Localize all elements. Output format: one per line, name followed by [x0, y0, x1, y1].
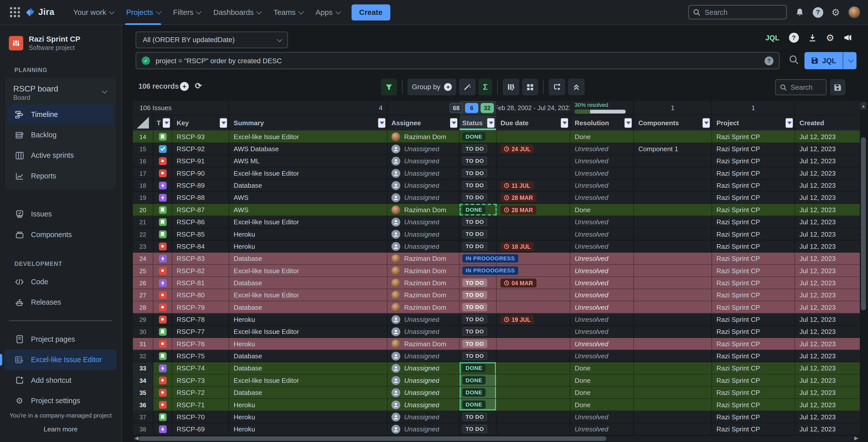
cell-resolution[interactable]: Unresolved	[570, 265, 634, 276]
cell-due-date[interactable]: 28 MAR	[497, 192, 570, 203]
cell-issue-type[interactable]	[153, 338, 172, 350]
cell-components[interactable]	[634, 399, 712, 411]
cell-due-date[interactable]	[497, 155, 570, 167]
cell-resolution[interactable]: Unresolved	[570, 411, 634, 422]
cell-summary[interactable]: Database	[229, 179, 388, 191]
collapse-all-icon[interactable]	[568, 79, 585, 95]
row-number[interactable]: 34	[133, 375, 153, 386]
row-number[interactable]: 14	[133, 131, 153, 142]
cell-due-date[interactable]: 19 JUL	[497, 314, 570, 325]
cell-created[interactable]: Jul 12, 2023	[795, 155, 860, 167]
cell-status[interactable]: TO DO	[460, 314, 496, 325]
row-number[interactable]: 28	[133, 301, 153, 313]
row-number[interactable]: 20	[133, 204, 153, 215]
cell-resolution[interactable]: Done	[570, 387, 634, 398]
cell-status[interactable]: TO DO	[460, 228, 496, 240]
cell-due-date[interactable]: 11 JUL	[497, 179, 570, 191]
cell-summary[interactable]: AWS	[229, 192, 388, 203]
help-icon[interactable]: ?	[813, 7, 823, 18]
cell-components[interactable]	[634, 350, 712, 362]
cell-created[interactable]: Jul 12, 2023	[795, 362, 860, 374]
cell-key[interactable]: RSCP-85	[172, 228, 229, 240]
cell-components[interactable]	[634, 155, 712, 167]
cell-due-date[interactable]	[497, 289, 570, 301]
cell-summary[interactable]: AWS ML	[229, 155, 388, 167]
cell-resolution[interactable]: Done	[570, 375, 634, 386]
cell-project[interactable]: Razi Sprint CP	[712, 338, 795, 350]
cell-summary[interactable]: Database	[229, 301, 388, 313]
cell-project[interactable]: Razi Sprint CP	[712, 301, 795, 313]
sidebar-item-backlog[interactable]: Backlog	[8, 125, 114, 145]
cell-summary[interactable]: Excel-like Issue Editor	[229, 289, 388, 301]
cell-project[interactable]: Razi Sprint CP	[712, 228, 795, 240]
sum-sigma-button[interactable]: Σ	[478, 79, 492, 95]
refresh-icon[interactable]: ⟳	[195, 81, 202, 91]
cell-project[interactable]: Razi Sprint CP	[712, 314, 795, 325]
cell-status[interactable]: IN PROOOGRESS	[460, 265, 496, 276]
cell-issue-type[interactable]	[153, 265, 172, 276]
cell-issue-type[interactable]	[153, 240, 172, 252]
cell-summary[interactable]: Heroku	[229, 399, 388, 411]
row-number[interactable]: 31	[133, 338, 153, 350]
grid-search[interactable]	[775, 79, 827, 95]
cell-project[interactable]: Razi Sprint CP	[712, 277, 795, 289]
cell-resolution[interactable]: Unresolved	[570, 216, 634, 228]
cell-assignee[interactable]: Unassigned	[388, 240, 460, 252]
filter-dropdown-icon[interactable]	[786, 118, 793, 127]
cell-due-date[interactable]: 04 MAR	[497, 277, 570, 289]
cell-assignee[interactable]: Unassigned	[388, 411, 460, 422]
cell-assignee[interactable]: Raziman Dom	[388, 277, 460, 289]
cell-summary[interactable]: Excel-like Issue Editor	[229, 375, 388, 386]
cell-project[interactable]: Razi Sprint CP	[712, 326, 795, 337]
cell-project[interactable]: Razi Sprint CP	[712, 179, 795, 191]
cell-issue-type[interactable]	[153, 289, 172, 301]
cell-issue-type[interactable]	[153, 192, 172, 203]
cell-assignee[interactable]: Raziman Dom	[388, 289, 460, 301]
cell-issue-type[interactable]	[153, 167, 172, 179]
cell-created[interactable]: Jul 12, 2023	[795, 338, 860, 350]
cell-resolution[interactable]: Unresolved	[570, 240, 634, 252]
filter-dropdown-icon[interactable]	[703, 118, 710, 127]
cell-summary[interactable]: Excel-like Issue Editor	[229, 265, 388, 276]
cell-resolution[interactable]: Unresolved	[570, 143, 634, 154]
column-header-resolution[interactable]: Resolution	[570, 115, 634, 130]
row-number[interactable]: 19	[133, 192, 153, 203]
sidebar-item-project-settings[interactable]: ⚙ Project settings	[0, 391, 121, 411]
column-header-key[interactable]: Key	[172, 115, 229, 130]
cell-status[interactable]: IN PROOOGRESS	[460, 253, 496, 264]
cell-due-date[interactable]	[497, 387, 570, 398]
sidebar-item-excel-editor[interactable]: Excel-like Issue Editor	[4, 350, 117, 370]
settings-gear-icon[interactable]: ⚙	[832, 7, 840, 17]
row-number[interactable]: 38	[133, 423, 153, 435]
cell-project[interactable]: Razi Sprint CP	[712, 411, 795, 422]
cell-key[interactable]: RSCP-89	[172, 179, 229, 191]
cell-issue-type[interactable]	[153, 143, 172, 154]
cell-created[interactable]: Jul 12, 2023	[795, 179, 860, 191]
cell-resolution[interactable]: Unresolved	[570, 253, 634, 264]
cell-components[interactable]	[634, 253, 712, 264]
cell-resolution[interactable]: Done	[570, 204, 634, 215]
sidebar-item-reports[interactable]: Reports	[8, 166, 114, 186]
cell-components[interactable]	[634, 179, 712, 191]
cell-project[interactable]: Razi Sprint CP	[712, 350, 795, 362]
user-avatar[interactable]	[848, 6, 860, 18]
cell-project[interactable]: Razi Sprint CP	[712, 387, 795, 398]
cell-key[interactable]: RSCP-76	[172, 338, 229, 350]
cell-key[interactable]: RSCP-79	[172, 301, 229, 313]
filter-dropdown-icon[interactable]	[561, 118, 568, 127]
cell-assignee[interactable]: Unassigned	[388, 216, 460, 228]
row-number[interactable]: 15	[133, 143, 153, 154]
cell-components[interactable]	[634, 362, 712, 374]
cell-status[interactable]: TO DO	[460, 179, 496, 191]
cell-assignee[interactable]: Unassigned	[388, 192, 460, 203]
cell-resolution[interactable]: Unresolved	[570, 179, 634, 191]
cell-created[interactable]: Jul 12, 2023	[795, 289, 860, 301]
cell-assignee[interactable]: Unassigned	[388, 362, 460, 374]
global-search-input[interactable]	[705, 8, 771, 17]
cell-summary[interactable]: Excel-like Issue Editor	[229, 131, 388, 142]
create-button[interactable]: Create	[351, 4, 390, 20]
cell-resolution[interactable]: Unresolved	[570, 228, 634, 240]
cell-issue-type[interactable]	[153, 411, 172, 422]
cell-summary[interactable]: Database	[229, 277, 388, 289]
help-icon[interactable]: ?	[789, 33, 799, 43]
